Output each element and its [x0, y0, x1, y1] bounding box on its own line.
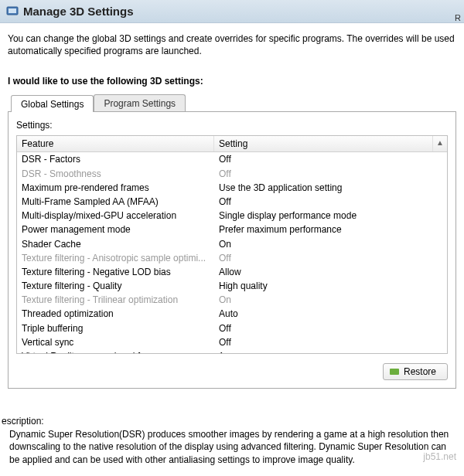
setting-cell: Use the 3D application setting	[214, 182, 447, 194]
table-row[interactable]: Texture filtering - Trilinear optimizati…	[17, 293, 447, 307]
settings-3d-icon	[6, 5, 19, 17]
restore-row: Restore	[16, 363, 448, 380]
description-label: escription:	[2, 416, 44, 427]
col-header-feature[interactable]: Feature	[17, 136, 214, 151]
table-row[interactable]: Maximum pre-rendered framesUse the 3D ap…	[17, 181, 447, 195]
feature-cell: Texture filtering - Trilinear optimizati…	[17, 294, 214, 306]
page-title: Manage 3D Settings	[23, 5, 134, 18]
feature-cell: DSR - Smoothness	[17, 168, 214, 180]
feature-cell: Virtual Reality pre-rendered frames	[17, 350, 214, 353]
table-row[interactable]: Virtual Reality pre-rendered frames1	[17, 349, 447, 353]
tab-global-label: Global Settings	[21, 99, 84, 110]
setting-cell: On	[214, 238, 447, 250]
feature-cell: Power management mode	[17, 223, 214, 236]
table-row[interactable]: Multi-Frame Sampled AA (MFAA)Off	[17, 195, 447, 209]
setting-cell: High quality	[214, 280, 447, 292]
setting-cell: Allow	[214, 266, 447, 278]
setting-cell: On	[214, 294, 447, 306]
feature-cell: Multi-Frame Sampled AA (MFAA)	[17, 196, 214, 208]
table-row[interactable]: Texture filtering - Negative LOD biasAll…	[17, 265, 447, 279]
setting-cell: Off	[214, 196, 447, 208]
tab-global-settings[interactable]: Global Settings	[11, 95, 94, 112]
grid-header: Feature Setting ▲	[17, 136, 447, 152]
feature-cell: Texture filtering - Quality	[17, 280, 214, 292]
setting-cell: Off	[214, 168, 447, 180]
setting-cell: Single display performance mode	[214, 209, 447, 222]
setting-cell: Off	[214, 336, 447, 348]
svg-rect-1	[9, 8, 16, 13]
restore-button[interactable]: Restore	[383, 363, 448, 380]
header-corner-letter: R	[455, 13, 461, 22]
feature-cell: DSR - Factors	[17, 153, 214, 165]
intro-text: You can change the global 3D settings an…	[0, 23, 464, 62]
tab-program-settings[interactable]: Program Settings	[94, 94, 186, 111]
table-row[interactable]: Power management modePrefer maximum perf…	[17, 223, 447, 236]
setting-cell: Off	[214, 252, 447, 264]
table-row[interactable]: Multi-display/mixed-GPU accelerationSing…	[17, 209, 447, 223]
feature-cell: Shader Cache	[17, 238, 214, 250]
watermark: jb51.net	[421, 451, 458, 462]
feature-cell: Texture filtering - Anisotropic sample o…	[17, 252, 214, 264]
setting-cell: 1	[214, 350, 447, 353]
setting-cell: Off	[214, 153, 447, 165]
setting-cell: Prefer maximum performance	[214, 223, 447, 236]
header-bar: Manage 3D Settings R	[0, 0, 464, 23]
tab-program-label: Program Settings	[104, 98, 176, 109]
feature-cell: Texture filtering - Negative LOD bias	[17, 266, 214, 278]
description-text: Dynamic Super Resolution(DSR) produces s…	[9, 428, 456, 467]
feature-cell: Threaded optimization	[17, 308, 214, 320]
table-row[interactable]: Shader CacheOn	[17, 237, 447, 251]
setting-cell: Auto	[214, 308, 447, 320]
table-row[interactable]: DSR - SmoothnessOff	[17, 167, 447, 181]
col-header-setting[interactable]: Setting	[214, 136, 433, 151]
settings-panel: Settings: Feature Setting ▲ DSR - Factor…	[8, 111, 456, 389]
table-row[interactable]: Triple bufferingOff	[17, 321, 447, 335]
settings-label: Settings:	[16, 120, 448, 131]
table-row[interactable]: Vertical syncOff	[17, 335, 447, 349]
feature-cell: Triple buffering	[17, 322, 214, 335]
scroll-up-icon[interactable]: ▲	[433, 136, 447, 151]
table-row[interactable]: Texture filtering - QualityHigh quality	[17, 279, 447, 293]
nvidia-icon	[390, 369, 399, 375]
table-row[interactable]: Texture filtering - Anisotropic sample o…	[17, 251, 447, 265]
feature-cell: Maximum pre-rendered frames	[17, 182, 214, 194]
grid-body: DSR - FactorsOffDSR - SmoothnessOffMaxim…	[17, 152, 447, 353]
feature-cell: Multi-display/mixed-GPU acceleration	[17, 209, 214, 222]
section-heading: I would like to use the following 3D set…	[0, 62, 464, 94]
table-row[interactable]: Threaded optimizationAuto	[17, 307, 447, 321]
settings-grid[interactable]: Feature Setting ▲ DSR - FactorsOffDSR - …	[16, 135, 448, 354]
table-row[interactable]: DSR - FactorsOff	[17, 152, 447, 166]
feature-cell: Vertical sync	[17, 336, 214, 348]
restore-button-label: Restore	[404, 366, 436, 377]
setting-cell: Off	[214, 322, 447, 335]
tabstrip: Global Settings Program Settings	[8, 94, 456, 111]
